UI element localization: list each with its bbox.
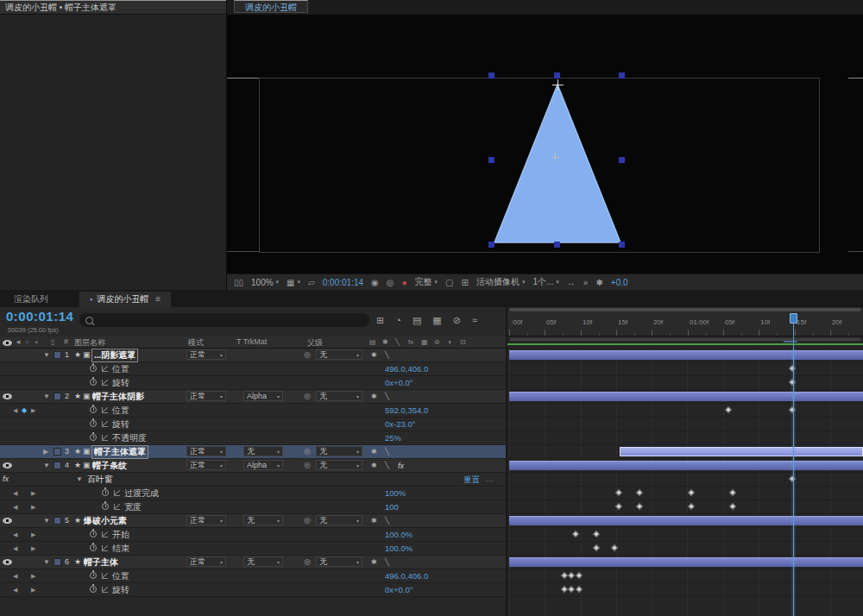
layer-row[interactable]: ▼4★▣帽子条纹正常▾Alpha▾◎无▾✱╲fx bbox=[0, 459, 863, 473]
stopwatch-icon[interactable] bbox=[90, 544, 97, 551]
viewer-current-time[interactable]: 0:00:01:14 bbox=[323, 278, 363, 287]
keyframe-icon[interactable] bbox=[568, 572, 575, 579]
trkmat-select[interactable]: 无▾ bbox=[243, 515, 283, 525]
layer-row[interactable]: ▼1★▣...阴影遮罩正常▾◎无▾✱╲ bbox=[0, 349, 863, 362]
layer-row[interactable]: ▼5★爆破小元素正常▾无▾◎无▾✱╲ bbox=[0, 514, 863, 528]
expander-icon[interactable]: ▼ bbox=[43, 517, 50, 525]
property-name[interactable]: 宽度 bbox=[124, 501, 142, 513]
layer-name[interactable]: 帽子主体遮罩 bbox=[92, 446, 148, 458]
property-name[interactable]: 不透明度 bbox=[112, 432, 147, 444]
layer-duration-bar[interactable] bbox=[509, 461, 863, 470]
property-value[interactable]: 25% bbox=[385, 433, 401, 443]
parent-pickwhip-icon[interactable]: ◎ bbox=[304, 516, 311, 525]
work-area-bar[interactable] bbox=[509, 337, 861, 342]
selection-handle[interactable] bbox=[619, 72, 625, 79]
property-value[interactable]: 0x-23.0° bbox=[385, 419, 416, 429]
selection-handle[interactable] bbox=[488, 72, 494, 79]
next-keyframe-arrow[interactable]: ▶ bbox=[31, 504, 35, 511]
property-value[interactable]: 100 bbox=[385, 502, 399, 512]
property-row[interactable]: 位置496.0,406.0 bbox=[0, 362, 863, 376]
layer-name[interactable]: 帽子条纹 bbox=[92, 460, 127, 472]
parent-pickwhip-icon[interactable]: ◎ bbox=[304, 350, 311, 359]
parent-select[interactable]: 无▾ bbox=[316, 460, 362, 470]
playhead-line[interactable] bbox=[793, 313, 794, 616]
fx-switch-icon[interactable]: fx bbox=[398, 462, 404, 470]
selection-handle[interactable] bbox=[554, 72, 560, 79]
prev-keyframe-arrow[interactable]: ◀ bbox=[13, 587, 17, 594]
property-name[interactable]: 开始 bbox=[112, 529, 129, 541]
camera-select[interactable]: 活动摄像机▾ bbox=[476, 276, 526, 288]
stopwatch-icon[interactable] bbox=[90, 420, 97, 427]
property-name[interactable]: 结束 bbox=[112, 543, 129, 555]
snapshot-icon[interactable]: ◉ bbox=[371, 278, 379, 287]
layer-duration-bar[interactable] bbox=[509, 350, 863, 360]
target-region-icon[interactable]: ▢ bbox=[445, 278, 453, 287]
property-name[interactable]: 位置 bbox=[112, 363, 129, 375]
property-row[interactable]: ◀▶开始100.0% bbox=[0, 528, 863, 542]
channels-icon[interactable]: ● bbox=[402, 278, 407, 287]
composition-viewport[interactable] bbox=[227, 15, 863, 273]
layer-row[interactable]: ▼6★帽子主体正常▾无▾◎无▾✱╲ bbox=[0, 556, 863, 569]
collapse-switch-icon[interactable]: ✱ bbox=[371, 462, 377, 469]
parent-select[interactable]: 无▾ bbox=[316, 349, 362, 360]
expander-icon[interactable]: ▼ bbox=[43, 558, 50, 566]
layer-name[interactable]: ...阴影遮罩 bbox=[92, 349, 137, 361]
property-name[interactable]: 旋转 bbox=[112, 418, 129, 431]
stopwatch-icon[interactable] bbox=[102, 503, 109, 510]
effect-name[interactable]: 百叶窗 bbox=[87, 474, 113, 486]
next-keyframe-arrow[interactable]: ▶ bbox=[31, 407, 35, 414]
tab-composition-timeline[interactable]: ▪调皮的小丑帽≡ bbox=[79, 292, 171, 307]
keyframe-icon[interactable] bbox=[576, 572, 583, 579]
property-row[interactable]: 旋转0x-23.0° bbox=[0, 418, 863, 431]
tab-composition-viewer[interactable]: 调皮的小丑帽 bbox=[234, 0, 308, 13]
selection-handle[interactable] bbox=[488, 157, 494, 163]
stopwatch-icon[interactable] bbox=[90, 586, 97, 593]
blend-mode-select[interactable]: 正常▾ bbox=[186, 446, 226, 456]
parent-pickwhip-icon[interactable]: ◎ bbox=[304, 557, 311, 566]
parent-select[interactable]: 无▾ bbox=[316, 556, 362, 567]
layer-name[interactable]: 帽子主体阴影 bbox=[92, 391, 144, 403]
exposure-value[interactable]: +0.0 bbox=[611, 278, 628, 287]
grid-guides-select[interactable]: ▦▾ bbox=[287, 278, 300, 287]
property-name[interactable]: 旋转 bbox=[112, 584, 129, 596]
hide-shy-icon[interactable]: ▤ bbox=[413, 315, 421, 326]
keyframe-icon[interactable] bbox=[611, 544, 618, 551]
layer-panel-body[interactable] bbox=[0, 16, 226, 290]
property-value[interactable]: 0x+0.0° bbox=[385, 585, 413, 594]
property-value[interactable]: 0x+0.0° bbox=[385, 378, 413, 387]
collapse-switch-icon[interactable]: ✱ bbox=[371, 448, 377, 456]
parent-pickwhip-icon[interactable]: ◎ bbox=[304, 392, 311, 400]
layer-name[interactable]: 爆破小元素 bbox=[84, 515, 127, 527]
prev-keyframe-arrow[interactable]: ◀ bbox=[13, 504, 17, 511]
region-of-interest-icon[interactable]: ▱ bbox=[308, 278, 315, 287]
keyframe-icon[interactable] bbox=[568, 586, 575, 593]
blend-mode-select[interactable]: 正常▾ bbox=[186, 556, 226, 567]
layer-duration-bar[interactable] bbox=[620, 447, 863, 456]
layer-name[interactable]: 帽子主体 bbox=[84, 556, 118, 569]
keyframe-icon[interactable] bbox=[636, 489, 643, 496]
expander-icon[interactable]: ▼ bbox=[43, 462, 50, 469]
quality-switch-icon[interactable]: ╲ bbox=[385, 393, 389, 400]
property-row[interactable]: ◀▶结束100.0% bbox=[0, 542, 863, 556]
visibility-eye-icon[interactable] bbox=[3, 559, 12, 565]
label-color-chip[interactable] bbox=[54, 448, 61, 456]
mini-flowchart-icon[interactable]: ⊞ bbox=[376, 315, 384, 326]
prev-keyframe-arrow[interactable]: ◀ bbox=[13, 407, 17, 414]
prev-keyframe-arrow[interactable]: ◀ bbox=[13, 531, 17, 538]
collapse-switch-icon[interactable]: ✱ bbox=[371, 517, 377, 525]
property-row[interactable]: ◀▶旋转0x+0.0° bbox=[0, 583, 863, 597]
view-layout-select[interactable]: 1个...▾ bbox=[532, 276, 558, 288]
property-name[interactable]: 旋转 bbox=[112, 377, 129, 389]
parent-select[interactable]: 无▾ bbox=[316, 446, 362, 456]
expander-icon[interactable]: ▼ bbox=[43, 393, 50, 400]
trkmat-select[interactable]: Alpha▾ bbox=[243, 460, 283, 470]
show-snapshot-icon[interactable]: ◎ bbox=[387, 278, 394, 287]
fast-preview-icon[interactable]: » bbox=[583, 278, 589, 287]
trkmat-select[interactable]: Alpha▾ bbox=[243, 391, 283, 401]
stopwatch-icon[interactable] bbox=[90, 365, 97, 372]
keyframe-icon[interactable] bbox=[725, 406, 732, 413]
parent-select[interactable]: 无▾ bbox=[316, 391, 362, 401]
current-timecode[interactable]: 0:00:01:14 bbox=[6, 309, 73, 324]
property-row[interactable]: 旋转0x+0.0° bbox=[0, 376, 863, 390]
trkmat-select[interactable]: 无▾ bbox=[243, 446, 283, 456]
